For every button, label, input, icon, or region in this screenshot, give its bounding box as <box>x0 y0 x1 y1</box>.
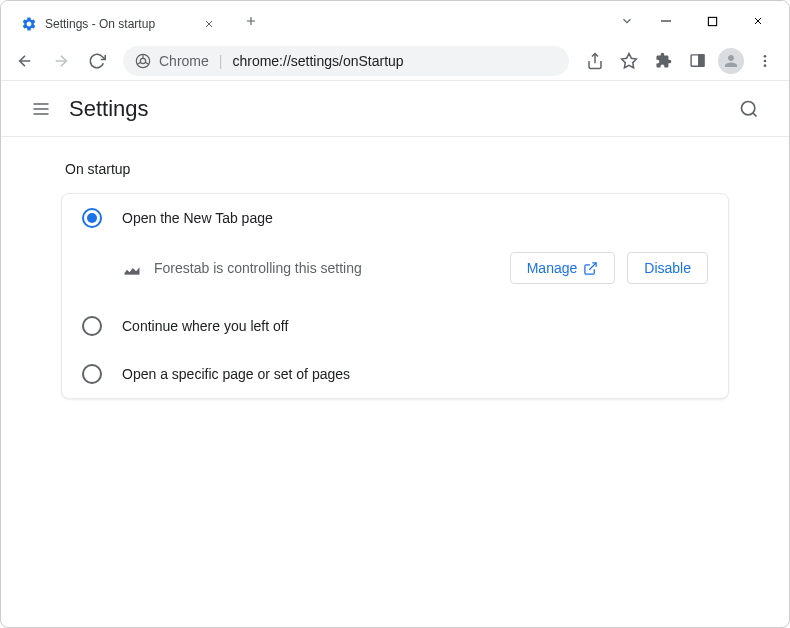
radio-button[interactable] <box>82 364 102 384</box>
disable-button[interactable]: Disable <box>627 252 708 284</box>
window-titlebar: Settings - On startup <box>1 1 789 41</box>
radio-label: Continue where you left off <box>122 318 288 334</box>
window-controls <box>643 5 789 37</box>
chevron-down-icon[interactable] <box>611 14 643 28</box>
svg-line-27 <box>753 112 757 116</box>
svg-point-26 <box>742 101 755 114</box>
search-icon[interactable] <box>729 89 769 129</box>
svg-point-22 <box>764 64 767 67</box>
svg-line-29 <box>590 262 597 269</box>
svg-line-13 <box>137 62 140 64</box>
tab-title: Settings - On startup <box>45 17 201 31</box>
radio-label: Open the New Tab page <box>122 210 273 226</box>
svg-line-14 <box>145 62 148 64</box>
option-continue[interactable]: Continue where you left off <box>62 302 728 350</box>
close-icon[interactable] <box>201 16 217 32</box>
startup-options-card: Open the New Tab page Forestab is contro… <box>61 193 729 399</box>
minimize-button[interactable] <box>643 5 689 37</box>
bookmark-icon[interactable] <box>613 45 645 77</box>
svg-rect-19 <box>698 55 703 66</box>
section-title: On startup <box>65 161 729 177</box>
svg-rect-5 <box>708 17 716 25</box>
option-specific-pages[interactable]: Open a specific page or set of pages <box>62 350 728 398</box>
maximize-button[interactable] <box>689 5 735 37</box>
omnibox-url: chrome://settings/onStartup <box>232 53 403 69</box>
svg-marker-16 <box>622 53 637 67</box>
settings-content: On startup Open the New Tab page Foresta… <box>1 137 789 423</box>
disable-label: Disable <box>644 260 691 276</box>
settings-header: Settings <box>1 81 789 137</box>
hamburger-icon[interactable] <box>21 89 61 129</box>
svg-point-21 <box>764 59 767 62</box>
extension-notice: Forestab is controlling this setting Man… <box>62 242 728 302</box>
page-title: Settings <box>69 96 729 122</box>
manage-button[interactable]: Manage <box>510 252 616 284</box>
notice-text: Forestab is controlling this setting <box>154 260 498 276</box>
back-button[interactable] <box>9 45 41 77</box>
browser-tab[interactable]: Settings - On startup <box>9 7 229 41</box>
omnibox-separator: | <box>219 53 223 69</box>
window-close-button[interactable] <box>735 5 781 37</box>
address-bar[interactable]: Chrome | chrome://settings/onStartup <box>123 46 569 76</box>
extensions-icon[interactable] <box>647 45 679 77</box>
radio-button[interactable] <box>82 208 102 228</box>
svg-point-20 <box>764 55 767 58</box>
option-new-tab[interactable]: Open the New Tab page <box>62 194 728 242</box>
gear-icon <box>21 16 37 32</box>
manage-label: Manage <box>527 260 578 276</box>
chrome-icon <box>135 53 151 69</box>
reload-button[interactable] <box>81 45 113 77</box>
new-tab-button[interactable] <box>237 7 265 35</box>
radio-label: Open a specific page or set of pages <box>122 366 350 382</box>
sidepanel-icon[interactable] <box>681 45 713 77</box>
omnibox-prefix: Chrome <box>159 53 209 69</box>
radio-button[interactable] <box>82 316 102 336</box>
forward-button[interactable] <box>45 45 77 77</box>
profile-avatar[interactable] <box>715 45 747 77</box>
extension-app-icon <box>122 258 142 278</box>
external-link-icon <box>583 261 598 276</box>
browser-toolbar: Chrome | chrome://settings/onStartup <box>1 41 789 81</box>
share-icon[interactable] <box>579 45 611 77</box>
svg-point-11 <box>140 58 145 63</box>
menu-dots-icon[interactable] <box>749 45 781 77</box>
svg-rect-28 <box>125 273 140 275</box>
